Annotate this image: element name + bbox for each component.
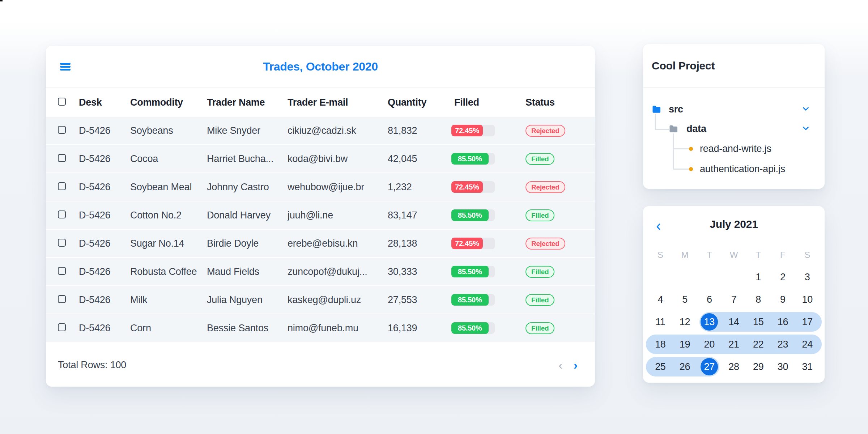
calendar-day[interactable]: 2	[771, 266, 795, 288]
calendar-day[interactable]: 6	[697, 288, 722, 311]
file-dot-icon	[689, 147, 693, 151]
tree-item-file[interactable]: authentication-api.js	[689, 161, 785, 177]
desk-cell: D-5426	[79, 153, 130, 165]
status-badge: Filled	[526, 294, 554, 306]
calendar-day[interactable]: 9	[771, 288, 795, 311]
calendar-day[interactable]: 7	[722, 288, 746, 311]
calendar-header: July 2021	[643, 206, 825, 242]
calendar-day[interactable]: 20	[697, 333, 722, 356]
calendar-day[interactable]: 24	[795, 333, 820, 356]
calendar-day-selected[interactable]: 27	[697, 356, 722, 378]
trader-email-cell: kaskeg@dupli.uz	[288, 294, 388, 306]
row-checkbox[interactable]	[58, 154, 66, 162]
column-header-status: Status	[526, 97, 582, 108]
calendar-day[interactable]: 29	[746, 356, 771, 378]
calendar-day[interactable]: 16	[771, 311, 795, 333]
calendar-day[interactable]: 19	[673, 333, 697, 356]
calendar-day[interactable]: 12	[673, 311, 697, 333]
calendar-title: July 2021	[710, 218, 758, 230]
calendar-day[interactable]: 14	[722, 311, 746, 333]
desk-cell: D-5426	[79, 294, 130, 306]
calendar-week: 18 19 20 21 22 23 24	[648, 333, 820, 356]
status-badge: Filled	[526, 266, 554, 278]
calendar-day[interactable]: 31	[795, 356, 820, 378]
calendar-weekday-row: S M T W T F S	[648, 247, 820, 263]
previous-page-button[interactable]: ‹	[558, 359, 562, 371]
table-row: D-5426 Soybean Meal Johnny Castro wehubo…	[46, 173, 595, 201]
calendar-day[interactable]: 1	[746, 266, 771, 288]
calendar-day[interactable]: 28	[722, 356, 746, 378]
tree-item-src[interactable]: src	[652, 101, 683, 117]
calendar-week: 11 12 13 14 15 16 17	[648, 311, 820, 333]
calendar-day[interactable]: 25	[648, 356, 673, 378]
row-checkbox[interactable]	[58, 126, 66, 134]
trader-email-cell: wehubow@ijue.br	[288, 182, 388, 193]
calendar-day[interactable]: 26	[673, 356, 697, 378]
desk-cell: D-5426	[79, 323, 130, 334]
tree-connector	[655, 129, 669, 130]
calendar-day[interactable]: 15	[746, 311, 771, 333]
desk-cell: D-5426	[79, 210, 130, 221]
calendar-day[interactable]: 5	[673, 288, 697, 311]
trader-email-cell: cikiuz@cadzi.sk	[288, 125, 388, 136]
calendar-day[interactable]: 10	[795, 288, 820, 311]
select-all-checkbox[interactable]	[58, 98, 66, 106]
tree-connector	[673, 169, 689, 170]
calendar-day[interactable]: 17	[795, 311, 820, 333]
calendar-week: 25 26 27 28 29 30 31	[648, 356, 820, 378]
calendar-day[interactable]: 8	[746, 288, 771, 311]
file-tree: src data read-and-write.js authenticatio…	[643, 88, 825, 189]
trader-name-cell: Mike Snyder	[207, 125, 288, 136]
trader-name-cell: Donald Harvey	[207, 210, 288, 221]
column-header-desk: Desk	[79, 97, 130, 108]
fill-progress-bar: 85.50%	[451, 153, 495, 165]
calendar-week: 4 5 6 7 8 9 10	[648, 288, 820, 311]
quantity-cell: 81,832	[388, 125, 451, 136]
pagination: ‹ ›	[558, 359, 578, 371]
fill-progress-bar: 85.50%	[451, 209, 495, 221]
row-checkbox[interactable]	[58, 295, 66, 303]
project-card-header: Cool Project	[643, 44, 825, 88]
status-badge: Rejected	[526, 125, 565, 137]
chevron-down-icon[interactable]	[801, 124, 810, 133]
desk-cell: D-5426	[79, 125, 130, 136]
calendar-day[interactable]: 3	[795, 266, 820, 288]
row-checkbox[interactable]	[58, 267, 66, 275]
table-row: D-5426 Soybeans Mike Snyder cikiuz@cadzi…	[46, 117, 595, 145]
calendar-day[interactable]: 23	[771, 333, 795, 356]
calendar-day[interactable]: 22	[746, 333, 771, 356]
menu-icon[interactable]	[60, 63, 71, 71]
row-checkbox[interactable]	[58, 323, 66, 331]
project-title: Cool Project	[652, 60, 715, 72]
trader-name-cell: Birdie Doyle	[207, 238, 288, 249]
quantity-cell: 27,553	[388, 294, 451, 306]
calendar-day[interactable]: 18	[648, 333, 673, 356]
chevron-down-icon[interactable]	[801, 104, 810, 114]
trader-name-cell: Harriet Bucha...	[207, 153, 288, 165]
calendar-day[interactable]: 4	[648, 288, 673, 311]
quantity-cell: 1,232	[388, 182, 451, 193]
fill-progress-bar: 72.45%	[451, 125, 495, 136]
next-page-button[interactable]: ›	[574, 359, 578, 371]
tree-item-file[interactable]: read-and-write.js	[689, 141, 771, 157]
calendar-day[interactable]: 11	[648, 311, 673, 333]
weekday-label: S	[648, 247, 673, 263]
row-checkbox[interactable]	[58, 239, 66, 247]
row-checkbox[interactable]	[58, 210, 66, 218]
row-checkbox[interactable]	[58, 182, 66, 190]
calendar-day[interactable]: 30	[771, 356, 795, 378]
calendar-day[interactable]: 21	[722, 333, 746, 356]
fill-progress-bar: 85.50%	[451, 322, 495, 334]
status-badge: Filled	[526, 209, 554, 221]
trades-table-card: Trades, October 2020 Desk Commodity Trad…	[46, 46, 595, 387]
calendar-day-selected[interactable]: 13	[697, 311, 722, 333]
trader-email-cell: zuncopof@dukuj...	[288, 266, 388, 277]
tree-item-data[interactable]: data	[669, 121, 706, 137]
column-header-trader-name: Trader Name	[207, 97, 288, 108]
folder-icon	[669, 125, 678, 132]
chevron-left-icon[interactable]	[654, 222, 663, 231]
commodity-cell: Milk	[130, 294, 207, 306]
screen-corner-artifact	[0, 0, 3, 1]
status-badge: Filled	[526, 322, 554, 334]
weekday-label: M	[673, 247, 697, 263]
